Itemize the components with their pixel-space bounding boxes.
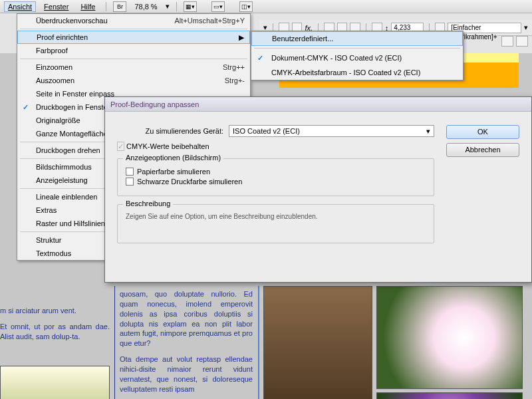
chevron-down-icon[interactable]: ▾ (166, 2, 170, 11)
bridge-icon[interactable]: Br (113, 1, 126, 12)
menu-einzoomen[interactable]: EinzoomenStrg++ (17, 61, 250, 74)
menu-auszoomen[interactable]: AuszoomenStrg+- (17, 74, 250, 87)
screen-mode-icon[interactable]: ▭▾ (211, 1, 225, 12)
menu-ueberdrucken[interactable]: ÜberdruckenvorschauAlt+Umschalt+Strg+Y (17, 14, 250, 27)
submenu-dokument-cmyk[interactable]: ✓Dokument-CMYK - ISO Coated v2 (ECI) (251, 51, 463, 65)
description-text: Zeigen Sie auf eine Option, um eine Besc… (126, 213, 426, 220)
image-landscape (0, 366, 110, 399)
zoom-level[interactable]: 78,8 % (130, 3, 161, 11)
black-ink-checkbox[interactable]: Schwarze Druckfarbe simulieren (126, 178, 426, 186)
menu-farbproof[interactable]: Farbproof (17, 44, 250, 57)
description-legend: Beschreibung (123, 200, 173, 207)
display-options-legend: Anzeigeoptionen (Bildschirm) (123, 154, 223, 162)
submenu-benutzerdefiniert[interactable]: Benutzerdefiniert... (251, 31, 463, 46)
image-frame-1[interactable] (263, 286, 372, 399)
image-frame-3[interactable] (376, 392, 523, 399)
proof-dialog: Proof-Bedingung anpassen Zu simulierende… (104, 96, 532, 283)
export-icon-2[interactable] (516, 36, 528, 47)
device-select[interactable]: ISO Coated v2 (ECI)▾ (229, 125, 434, 137)
check-icon: ✓ (23, 103, 29, 112)
arrange-icon[interactable]: ◫▾ (239, 1, 253, 12)
menu-proof-einrichten[interactable]: Proof einrichten▶ (17, 31, 250, 44)
keep-cmyk-checkbox: ✓ CMYK-Werte beibehalten (117, 142, 434, 150)
ok-button[interactable]: OK (446, 125, 519, 139)
chevron-right-icon: ▶ (239, 33, 244, 42)
check-icon: ✓ (257, 54, 263, 63)
dialog-title: Proof-Bedingung anpassen (105, 97, 531, 112)
chevron-down-icon[interactable]: ▾ (524, 23, 528, 32)
view-mode-icon[interactable]: ▦▾ (184, 1, 197, 12)
menu-hilfe[interactable]: Hilfe (76, 1, 99, 12)
image-frame-2[interactable] (376, 286, 523, 389)
device-label: Zu simulierendes Gerät: (117, 127, 223, 135)
submenu-cmyk-arbeitsfarbraum[interactable]: CMYK-Arbeitsfarbraum - ISO Coated v2 (EC… (251, 65, 463, 80)
menubar: Ansicht Fenster Hilfe Br 78,8 % ▾ ▦▾ ▭▾ … (0, 0, 532, 13)
paper-color-checkbox[interactable]: Papierfarbe simulieren (126, 168, 426, 176)
export-icon-1[interactable] (501, 36, 513, 47)
check-icon: ✓ (117, 142, 124, 151)
menu-ansicht[interactable]: Ansicht (4, 1, 36, 12)
text-column-1: m si arciatur arum vent. Et omnit, ut po… (0, 306, 110, 348)
menu-fenster[interactable]: Fenster (40, 1, 72, 12)
proof-submenu: Benutzerdefiniert... ✓Dokument-CMYK - IS… (251, 31, 464, 80)
chevron-down-icon: ▾ (426, 127, 430, 136)
text-column-2: quosam, quo doluptate nullorio. Ed quam … (120, 289, 253, 399)
cancel-button[interactable]: Abbrechen (446, 143, 519, 157)
